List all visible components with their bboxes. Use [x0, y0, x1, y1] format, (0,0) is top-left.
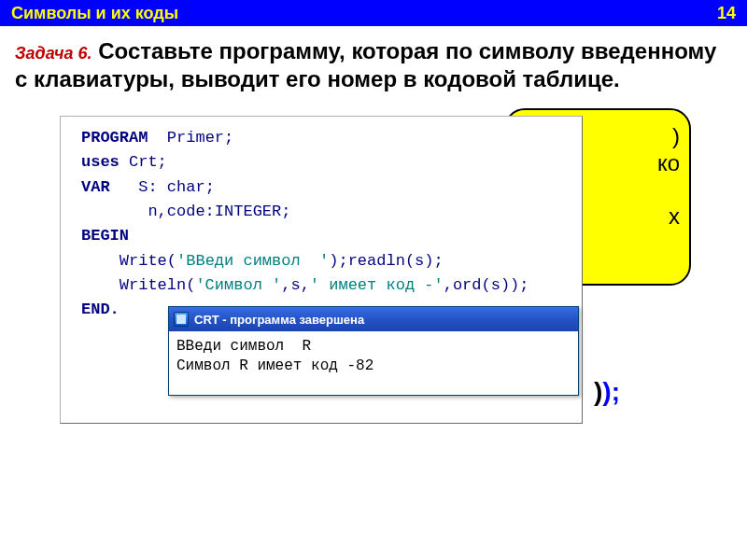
slide-title: Символы и их коды: [11, 4, 178, 23]
crt-output-window: CRT - программа завершена ВВеди символ R…: [168, 306, 579, 396]
keyword-var: VAR: [81, 178, 110, 196]
app-icon: [174, 312, 189, 327]
tail-black: ): [594, 377, 602, 406]
writeln-call: Writeln(: [81, 276, 195, 294]
program-name: Primer;: [148, 129, 233, 147]
console-line: Символ R имеет код -82: [176, 357, 374, 374]
crt-console-output: ВВеди символ R Символ R имеет код -82: [169, 331, 578, 395]
write-tail: );readln(s);: [329, 252, 443, 270]
task-statement: Задача 6. Составьте программу, которая п…: [0, 26, 747, 99]
slide-page-number: 14: [717, 4, 736, 23]
console-line: ВВеди символ R: [176, 338, 311, 355]
string-literal: 'Символ ': [195, 276, 281, 294]
crt-window-title: CRT - программа завершена: [194, 313, 364, 327]
task-label: Задача 6.: [15, 44, 92, 63]
keyword-uses: uses: [81, 153, 120, 171]
keyword-begin: BEGIN: [81, 227, 129, 245]
write-call: Write(: [81, 252, 176, 270]
uses-value: Crt;: [120, 153, 167, 171]
code-text: ,ord(s));: [444, 276, 529, 294]
var-n: n,code:INTEGER;: [81, 203, 290, 220]
string-literal: ' имеет код -': [310, 276, 444, 294]
string-literal: 'ВВеди символ ': [176, 252, 329, 270]
content-stage: ) ко х PROGRAM Primer; uses Crt; VAR S: …: [0, 99, 747, 510]
crt-titlebar[interactable]: CRT - программа завершена: [169, 307, 578, 331]
keyword-end: END.: [81, 301, 120, 318]
tail-blue: );: [602, 377, 620, 406]
code-text: ,s,: [281, 276, 310, 294]
keyword-program: PROGRAM: [81, 129, 148, 147]
var-s: S: char;: [110, 178, 215, 196]
task-text: Составьте программу, которая по символу …: [15, 38, 716, 91]
slide-header: Символы и их коды 14: [0, 0, 747, 26]
overflow-code-fragment: ));: [594, 377, 620, 407]
